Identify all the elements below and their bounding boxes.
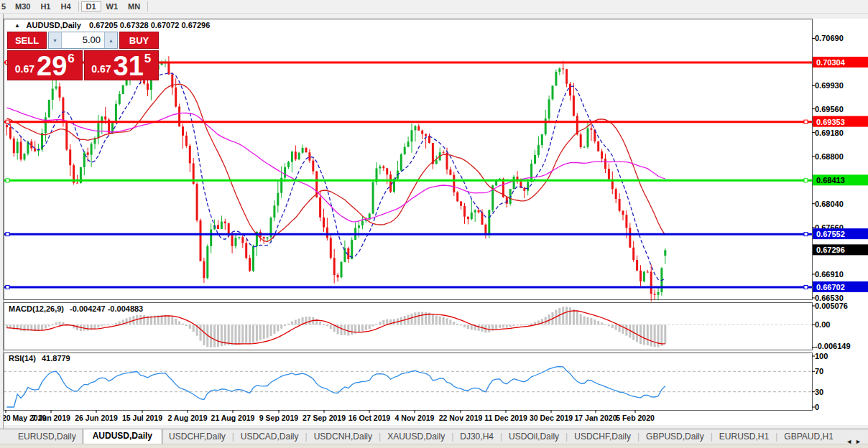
level-line-right-handle[interactable] — [804, 120, 808, 123]
tab-scroll-arrows[interactable]: ◄► — [846, 438, 864, 445]
price-axis-label: 0.68800 — [815, 152, 844, 161]
level-line-right-handle[interactable] — [804, 286, 808, 289]
buy-price-big-digits: 31 — [114, 54, 144, 78]
sell-price-pipette: 6 — [68, 52, 74, 66]
level-line-left-handle[interactable] — [6, 233, 9, 236]
date-axis-label: 2 Aug 2019 — [167, 414, 207, 422]
level-price-label-text: 0.66702 — [816, 283, 845, 291]
level-price-label-text: 0.67552 — [816, 230, 845, 238]
timeframe-button-M30[interactable]: M30 — [10, 1, 35, 11]
level-price-label-text: 0.69353 — [816, 118, 845, 126]
macd-indicator-label: MACD(12,26,9) -0.004247 -0.004883 — [9, 304, 143, 313]
date-axis-label: 27 Sep 2019 — [303, 414, 346, 422]
buy-button[interactable]: BUY — [119, 32, 159, 49]
date-axis-label: 9 Sep 2019 — [259, 414, 298, 422]
date-axis-label: 21 Aug 2019 — [211, 414, 255, 422]
sell-price-prefix: 0.67 — [15, 63, 34, 75]
price-axis-label: 0.68040 — [815, 200, 844, 208]
current-price-label-text: 0.67296 — [816, 246, 845, 254]
price-axis-label: 0.69930 — [815, 81, 844, 90]
chart-tab-USDCAD-Daily[interactable]: USDCAD,Daily — [234, 430, 305, 444]
buy-price-pipette: 5 — [144, 52, 151, 66]
timeframe-button-MN[interactable]: MN — [123, 1, 145, 11]
rsi-indicator-label: RSI(14) 41.8779 — [9, 354, 70, 363]
timeframe-button-W1[interactable]: W1 — [101, 1, 124, 11]
chart-tab-GBPUSD-Daily[interactable]: GBPUSD,Daily — [640, 430, 711, 444]
date-axis-label: 16 Oct 2019 — [348, 414, 391, 422]
level-price-label-text: 0.68413 — [816, 176, 845, 185]
toolbar-separator — [78, 1, 79, 11]
level-line-left-handle[interactable] — [6, 120, 9, 123]
macd-name: MACD(12,26,9) — [9, 304, 64, 313]
level-line-left-handle[interactable] — [6, 286, 9, 289]
price-axis-label: 0.69560 — [815, 105, 844, 113]
date-axis-label: 15 Jul 2019 — [122, 414, 162, 422]
chart-tab-XAUUSD-Daily[interactable]: XAUUSD,Daily — [381, 430, 451, 444]
chart-title: ▲ AUDUSD,Daily 0.67205 0.67328 0.67072 0… — [14, 21, 210, 29]
sell-price-big-digits: 29 — [37, 54, 67, 78]
timeframe-toolbar: 5M30H1H4D1W1MN — [0, 0, 868, 14]
collapse-triangle-icon[interactable]: ▲ — [14, 22, 20, 29]
macd-axis-label: 0.005076 — [815, 302, 848, 310]
buy-price-prefix: 0.67 — [91, 63, 111, 75]
level-line-right-handle[interactable] — [804, 179, 808, 182]
date-axis-label: 11 Dec 2019 — [484, 414, 527, 422]
sell-button[interactable]: SELL — [7, 32, 47, 49]
chart-symbol-period: AUDUSD,Daily — [27, 21, 81, 29]
date-axis-label: 5 Feb 2020 — [616, 414, 655, 422]
rsi-value: 41.8779 — [42, 354, 70, 363]
macd-axis-label: 0.00 — [815, 320, 830, 329]
rsi-axis-label: 0 — [815, 403, 819, 411]
sell-price-button[interactable]: 0.67 29 6 — [7, 50, 83, 80]
chart-tab-USDCHF-Daily[interactable]: USDCHF,Daily — [568, 430, 637, 444]
level-price-label-text: 0.70304 — [816, 58, 846, 67]
rsi-name: RSI(14) — [9, 354, 36, 363]
tab-scroll-left-icon[interactable]: ◄ — [846, 438, 855, 445]
price-axis-label: 0.69180 — [815, 129, 844, 137]
chart-tab-USDCNH-Daily[interactable]: USDCNH,Daily — [308, 430, 379, 444]
date-axis-label: 7 Jun 2019 — [32, 414, 70, 422]
level-line-left-handle[interactable] — [6, 179, 9, 182]
price-axis-label: 0.70690 — [815, 34, 844, 42]
date-axis-label: 26 Jun 2019 — [75, 414, 118, 422]
buy-price-button[interactable]: 0.67 31 5 — [84, 50, 160, 80]
volume-increase-button[interactable]: ▲ — [104, 32, 117, 48]
one-click-trading-panel: SELL ▼ 5.00 ▲ BUY 0.67 29 6 0.67 31 5 — [7, 32, 159, 80]
date-axis-label: 22 Nov 2019 — [439, 414, 483, 422]
rsi-axis-label: 70 — [815, 367, 823, 375]
level-line-right-handle[interactable] — [804, 233, 808, 236]
chart-tab-bar: EURUSD,DailyAUDUSD,DailyUSDCHF,Daily|USD… — [0, 429, 868, 444]
price-axis-label: 0.66910 — [815, 270, 844, 279]
date-axis-label: 17 Jan 2020 — [575, 414, 617, 422]
date-axis-label: 4 Nov 2019 — [395, 414, 435, 422]
timeframe-button-D1[interactable]: D1 — [81, 1, 101, 11]
toolbar-separator — [147, 1, 148, 11]
window-left-border — [0, 13, 4, 429]
date-axis-label: 30 Dec 2019 — [530, 414, 573, 422]
timeframe-button-5[interactable]: 5 — [0, 1, 10, 11]
volume-input[interactable]: 5.00 — [62, 32, 104, 48]
rsi-axis-label: 100 — [815, 352, 828, 360]
macd-axis-label: -0.006149 — [815, 342, 851, 350]
chart-tab-USDOil-Daily[interactable]: USDOil,Daily — [502, 430, 565, 444]
rsi-axis-label: 30 — [815, 388, 823, 396]
timeframe-button-H1[interactable]: H1 — [35, 1, 55, 11]
volume-spinner: ▼ 5.00 ▲ — [48, 32, 118, 49]
status-strip — [0, 444, 868, 448]
volume-decrease-button[interactable]: ▼ — [49, 32, 62, 48]
chart-tab-AUDUSD-Daily[interactable]: AUDUSD,Daily — [83, 429, 162, 444]
chart-ohlc-values: 0.67205 0.67328 0.67072 0.67296 — [89, 21, 210, 29]
chart-tab-EURUSD-H1[interactable]: EURUSD,H1 — [713, 430, 775, 444]
tab-scroll-right-icon[interactable]: ► — [855, 438, 864, 445]
chart-tab-DJ30-H4[interactable]: DJ30,H4 — [453, 430, 500, 444]
macd-values: -0.004247 -0.004883 — [70, 304, 143, 313]
chart-tab-USDCHF-Daily[interactable]: USDCHF,Daily — [162, 430, 232, 444]
chart-tab-EURUSD-Daily[interactable]: EURUSD,Daily — [11, 430, 83, 444]
chart-tab-GBPAUD-H1[interactable]: GBPAUD,H1 — [777, 430, 839, 444]
timeframe-button-H4[interactable]: H4 — [55, 1, 75, 11]
